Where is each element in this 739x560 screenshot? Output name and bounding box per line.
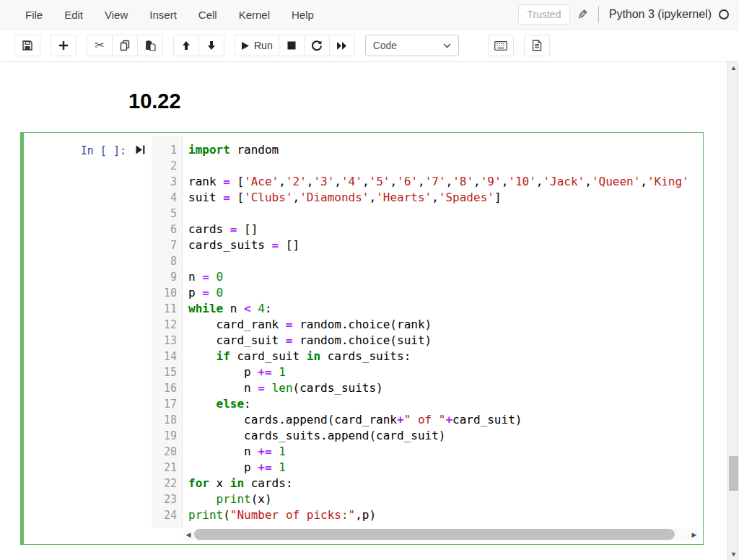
code-line[interactable]: cards.append(card_rank+" of "+card_suit): [188, 412, 699, 428]
restart-and-run-all-button[interactable]: [329, 35, 355, 56]
code-line[interactable]: p = 0: [188, 285, 699, 301]
code-line[interactable]: cards = []: [188, 222, 699, 237]
code-line[interactable]: for x in cards:: [188, 476, 699, 491]
code-line[interactable]: print(x): [188, 491, 699, 507]
line-numbers-gutter: 123456789101112131415161718192021222324: [152, 136, 183, 528]
line-number: 10: [152, 285, 177, 301]
run-label: Run: [254, 40, 273, 51]
code-line[interactable]: [188, 158, 699, 174]
interrupt-kernel-button[interactable]: [279, 35, 305, 56]
stop-icon: [287, 41, 296, 50]
line-number: 8: [152, 253, 177, 269]
horizontal-scrollbar-thumb[interactable]: [194, 529, 675, 540]
line-number: 22: [152, 476, 177, 491]
line-number: 2: [152, 158, 177, 174]
play-icon: [241, 41, 250, 51]
move-cells-up-button[interactable]: [173, 35, 199, 56]
code-line[interactable]: else:: [188, 396, 699, 412]
code-line[interactable]: if card_suit in cards_suits:: [188, 349, 699, 364]
code-line[interactable]: p += 1: [188, 364, 699, 380]
code-line[interactable]: rank = ['Ace','2','3','4','5','6','7','8…: [188, 174, 699, 190]
document-icon: [532, 40, 542, 51]
paste-cells-button[interactable]: [137, 35, 163, 56]
insert-cell-below-button[interactable]: [51, 35, 76, 56]
code-line[interactable]: p += 1: [188, 460, 699, 476]
menubar-right: Trusted ✎ Python 3 (ipykernel): [518, 4, 730, 25]
code-line[interactable]: card_rank = random.choice(rank): [188, 317, 699, 333]
run-this-cell-icon[interactable]: [135, 144, 146, 155]
line-number: 24: [152, 507, 177, 523]
scroll-up-arrow-icon[interactable]: ▲: [727, 62, 739, 74]
vertical-scrollbar[interactable]: ▲ ▼: [727, 62, 739, 560]
line-number: 7: [152, 237, 177, 253]
code-line[interactable]: n += 1: [188, 444, 699, 460]
line-number: 4: [152, 190, 177, 206]
code-line[interactable]: [188, 206, 699, 222]
move-cells-down-button[interactable]: [198, 35, 224, 56]
arrow-up-icon: [181, 40, 191, 51]
prompt-column: In [ ]:: [27, 136, 152, 541]
code-line[interactable]: cards_suits = []: [188, 237, 699, 253]
restart-kernel-button[interactable]: [304, 35, 330, 56]
menu-insert[interactable]: Insert: [139, 1, 188, 28]
cell-type-select[interactable]: Code: [365, 35, 459, 56]
code-line[interactable]: import random: [188, 142, 699, 158]
cut-cells-button[interactable]: ✂: [87, 35, 113, 56]
line-number: 19: [152, 428, 177, 444]
code-editor[interactable]: 123456789101112131415161718192021222324 …: [152, 136, 699, 541]
code-line[interactable]: n = 0: [188, 269, 699, 285]
menu-file[interactable]: File: [14, 1, 53, 28]
menu-list: File Edit View Insert Cell Kernel Help: [14, 1, 325, 28]
code-line[interactable]: suit = ['Clubs','Diamonds','Hearts','Spa…: [188, 190, 699, 206]
trusted-button[interactable]: Trusted: [518, 4, 571, 25]
command-palette-button[interactable]: [488, 35, 514, 56]
line-number: 5: [152, 206, 177, 222]
menu-help[interactable]: Help: [281, 1, 325, 28]
menu-cell[interactable]: Cell: [188, 1, 228, 28]
scroll-right-arrow-icon[interactable]: ▶: [689, 528, 699, 541]
copy-cells-button[interactable]: [112, 35, 138, 56]
markdown-heading[interactable]: 10.22: [128, 89, 181, 113]
menu-view[interactable]: View: [94, 1, 139, 28]
line-number: 18: [152, 412, 177, 428]
save-button[interactable]: [14, 35, 40, 56]
line-number: 15: [152, 364, 177, 380]
divider: [598, 6, 599, 23]
horizontal-scrollbar[interactable]: ◀ ▶: [183, 528, 699, 541]
scroll-left-arrow-icon[interactable]: ◀: [183, 528, 193, 541]
input-prompt: In [ ]:: [81, 144, 126, 157]
keyboard-icon: [494, 41, 507, 51]
code-content[interactable]: import randomrank = ['Ace','2','3','4','…: [183, 136, 699, 528]
code-line[interactable]: print("Number of picks:",p): [188, 507, 699, 523]
line-number: 20: [152, 444, 177, 460]
line-number: 1: [152, 142, 177, 158]
notebook-area: 10.22 In [ ]: 12345678910111213141516171…: [0, 62, 739, 560]
run-button[interactable]: Run: [235, 35, 279, 56]
line-number: 17: [152, 396, 177, 412]
code-line[interactable]: cards_suits.append(card_suit): [188, 428, 699, 444]
menu-edit[interactable]: Edit: [53, 1, 94, 28]
restart-icon: [311, 40, 323, 51]
line-number: 3: [152, 174, 177, 190]
line-number: 9: [152, 269, 177, 285]
vertical-scrollbar-thumb[interactable]: [729, 456, 738, 491]
code-line[interactable]: card_suit = random.choice(suit): [188, 333, 699, 349]
pencil-icon[interactable]: ✎: [577, 7, 587, 22]
scratchpad-button[interactable]: [524, 35, 550, 56]
paste-icon: [144, 40, 156, 51]
line-number: 11: [152, 301, 177, 317]
code-cell[interactable]: In [ ]: 12345678910111213141516171819202…: [20, 132, 704, 545]
code-line[interactable]: [188, 253, 699, 269]
toolbar: ✂ Run: [0, 30, 739, 62]
scroll-down-arrow-icon[interactable]: ▼: [727, 548, 739, 560]
code-line[interactable]: while n < 4:: [188, 301, 699, 317]
kernel-idle-icon: [719, 9, 729, 19]
code-line[interactable]: n = len(cards_suits): [188, 380, 699, 396]
line-number: 12: [152, 317, 177, 333]
floppy-save-icon: [22, 40, 33, 51]
menu-kernel[interactable]: Kernel: [228, 1, 281, 28]
line-number: 13: [152, 333, 177, 349]
line-number: 14: [152, 349, 177, 364]
fast-forward-icon: [336, 41, 348, 51]
menu-bar: File Edit View Insert Cell Kernel Help T…: [0, 0, 739, 30]
